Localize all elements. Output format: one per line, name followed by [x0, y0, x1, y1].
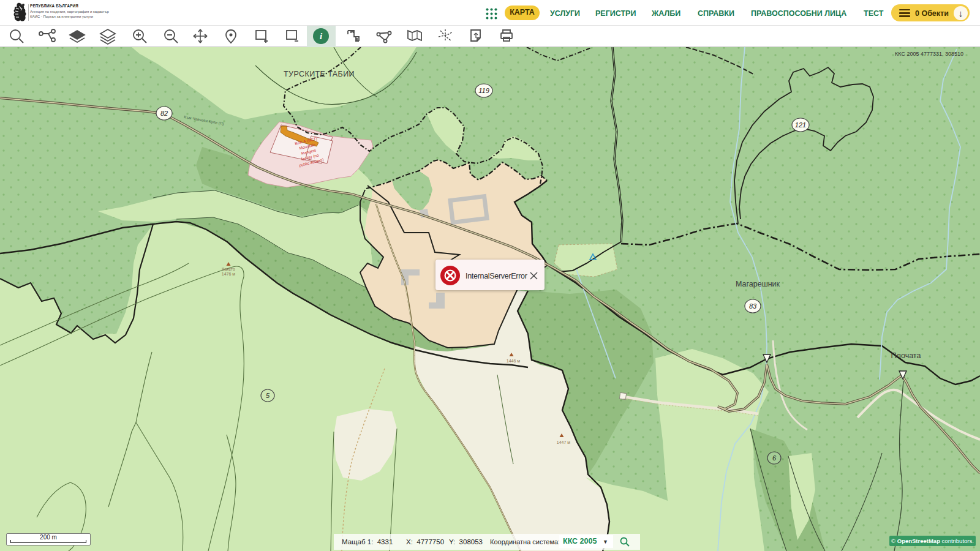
svg-text:Плочата: Плочата	[891, 351, 921, 360]
svg-text:119: 119	[478, 87, 489, 94]
svg-text:83: 83	[749, 302, 757, 310]
svg-text:6: 6	[772, 454, 777, 462]
svg-text:Магарешник: Магарешник	[736, 280, 780, 288]
svg-text:Какето: Какето	[222, 267, 235, 271]
svg-text:1447 м: 1447 м	[557, 440, 571, 444]
svg-text:82: 82	[160, 110, 168, 117]
svg-text:5: 5	[266, 392, 270, 399]
svg-text:121: 121	[795, 121, 806, 129]
svg-text:1446 м: 1446 м	[507, 359, 521, 363]
svg-text:1476 м: 1476 м	[222, 272, 236, 276]
svg-text:ТУРСКИТЕ ТАБИИ: ТУРСКИТЕ ТАБИИ	[284, 70, 355, 78]
